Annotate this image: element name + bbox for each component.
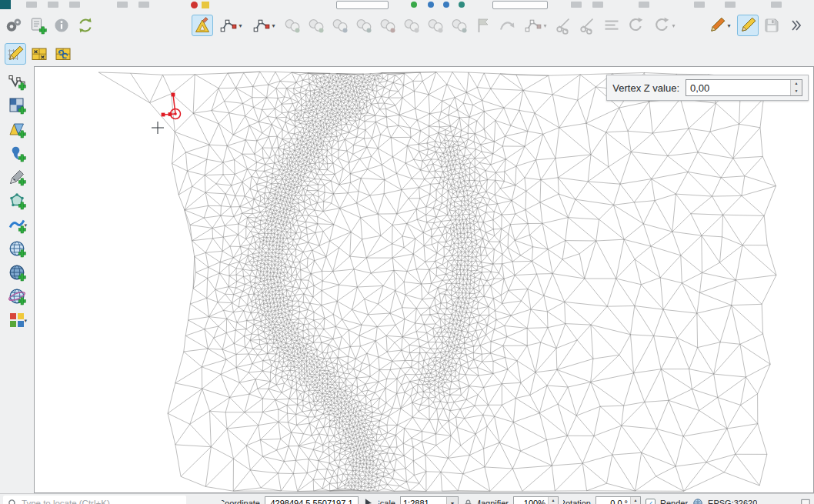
add-part-button[interactable] [449, 15, 470, 36]
clipped-toolbar-fragment [725, 2, 736, 8]
circles2-icon [450, 16, 469, 35]
add-postgis-layer-button[interactable] [6, 190, 28, 212]
scale-input[interactable] [401, 497, 446, 504]
nodes-icon [219, 16, 238, 35]
digitizing-toolbar: ▾▾▾▾▾ [0, 9, 814, 42]
split-parts-button[interactable] [577, 15, 599, 36]
qgis-window: ▾▾▾▾▾ ▾▾ Vertex Z value: ▲ ▼ [0, 0, 814, 504]
vertex-tool-current-layer-button[interactable]: ▾ [249, 15, 279, 36]
clipped-toolbar-fragment [69, 2, 80, 8]
flip-line-button[interactable] [472, 15, 494, 36]
chevron-down-icon[interactable]: ▾ [24, 222, 27, 229]
mesh-layer [35, 67, 813, 493]
map-canvas[interactable]: Vertex Z value: ▲ ▼ [34, 66, 814, 493]
add-delimited-text-layer-button[interactable] [6, 142, 28, 164]
reshape-features-button[interactable]: ▾ [520, 15, 551, 36]
vertex-z-decrement-button[interactable]: ▼ [791, 88, 802, 95]
add-vector-layer-button[interactable] [6, 71, 28, 92]
crs-label[interactable]: EPSG:32620 [708, 499, 757, 504]
clipped-toolbar-fragment [117, 2, 128, 8]
search-icon [8, 499, 18, 504]
render-checkbox[interactable]: ✓ [646, 499, 656, 504]
clipped-toolbar-fragment [428, 2, 434, 8]
circles2-icon [355, 16, 373, 35]
current-edits-button[interactable]: ▾ [704, 15, 735, 36]
chip-icon [8, 311, 26, 329]
clipped-toolbar-fragment [492, 1, 548, 9]
clipped-toolbar-fragment [639, 2, 649, 8]
nodes-icon [524, 16, 542, 35]
advanced-digitizing-button[interactable] [192, 15, 213, 36]
lock-scale-icon[interactable] [463, 499, 473, 504]
add-raster-layer-button[interactable] [6, 95, 28, 116]
simplify-feature-button[interactable] [353, 15, 375, 36]
transform-mesh-vertices-button[interactable] [52, 43, 74, 65]
vertex-z-spinbox[interactable]: ▲ ▼ [686, 79, 802, 96]
coordinate-input[interactable] [265, 496, 359, 504]
add-ring-button[interactable] [401, 15, 422, 36]
copy-move-feature-button[interactable] [305, 15, 327, 36]
rotate-point-symbols-button[interactable] [625, 15, 646, 36]
scale-combobox[interactable]: ▾ [400, 496, 459, 504]
vertex-z-increment-button[interactable]: ▲ [791, 80, 802, 88]
toggle-editing-button[interactable] [737, 15, 759, 36]
crs-globe-icon[interactable] [692, 498, 703, 504]
select-mesh-elements-button[interactable] [28, 43, 50, 65]
add-wms-layer-button[interactable] [6, 238, 28, 259]
fill-ring-button[interactable] [425, 15, 446, 36]
chevron-down-icon[interactable]: ▾ [727, 22, 730, 29]
chevron-down-icon[interactable]: ▾ [239, 22, 242, 29]
cursor-extent-icon[interactable] [363, 498, 374, 504]
magnifier-spin-buttons: ▲ ▼ [548, 497, 558, 504]
add-mesh-layer-button[interactable] [6, 118, 28, 140]
raster-layer-icon [8, 96, 26, 115]
circles2-icon [283, 16, 302, 35]
add-virtual-layer-button[interactable]: ▾ [6, 214, 28, 235]
add-wcs-layer-button[interactable] [6, 262, 28, 283]
refresh-layers-button[interactable] [75, 15, 96, 36]
mesh-wireframe [35, 67, 813, 492]
chevron2-icon [786, 16, 805, 35]
toolbar-extension-button[interactable] [785, 15, 806, 36]
chevron-down-icon[interactable]: ▾ [272, 22, 275, 29]
add-vector-tile-layer-button[interactable]: ▾ [6, 309, 28, 331]
scissors-icon [555, 16, 573, 35]
locate-input[interactable] [22, 499, 182, 504]
rotation-input[interactable] [596, 497, 630, 504]
messages-icon[interactable] [800, 498, 811, 504]
save-edits-button[interactable] [761, 15, 782, 36]
mesh-digitizing-toolbar [0, 42, 814, 66]
magnifier-increment-button[interactable]: ▲ [549, 497, 558, 504]
delete-part-button[interactable] [377, 15, 399, 36]
move-feature-button[interactable] [282, 15, 303, 36]
rotate-feature-button[interactable] [329, 15, 351, 36]
split-features-button[interactable] [553, 15, 575, 36]
magnifier-input[interactable] [514, 497, 548, 504]
layer-info-button[interactable] [51, 15, 72, 36]
vertex-z-input[interactable] [686, 80, 790, 95]
vertex-tool-all-layers-button[interactable]: ▾ [215, 15, 246, 36]
chevron-down-icon[interactable]: ▾ [24, 318, 27, 324]
chevron-down-icon[interactable]: ▾ [446, 497, 458, 504]
chevron-down-icon[interactable]: ▾ [672, 22, 675, 29]
rotation-increment-button[interactable]: ▲ [631, 497, 640, 504]
add-spatialite-layer-button[interactable] [6, 166, 28, 188]
merge-features-button[interactable] [601, 15, 622, 36]
offset-curve-button[interactable] [496, 15, 518, 36]
wave-icon [8, 215, 26, 234]
pencil-icon [708, 16, 726, 35]
chevron-down-icon[interactable]: ▾ [543, 22, 546, 29]
refresh-icon [76, 16, 95, 35]
new-layer-button[interactable] [27, 15, 48, 36]
rotation-spinbox[interactable]: ▲ ▼ [595, 496, 641, 504]
digitize-mesh-elements-button[interactable] [5, 43, 26, 65]
curve-icon [498, 16, 516, 35]
circles2-icon [402, 16, 421, 35]
clipped-toolbar-fragment [443, 2, 449, 8]
clipped-toolbar-fragment [459, 2, 465, 8]
add-wfs-layer-button[interactable] [6, 285, 28, 307]
magnifier-spinbox[interactable]: ▲ ▼ [513, 496, 559, 504]
options-button[interactable] [3, 15, 25, 36]
locate-bar[interactable] [3, 496, 186, 504]
trim-extend-button[interactable]: ▾ [649, 15, 679, 36]
